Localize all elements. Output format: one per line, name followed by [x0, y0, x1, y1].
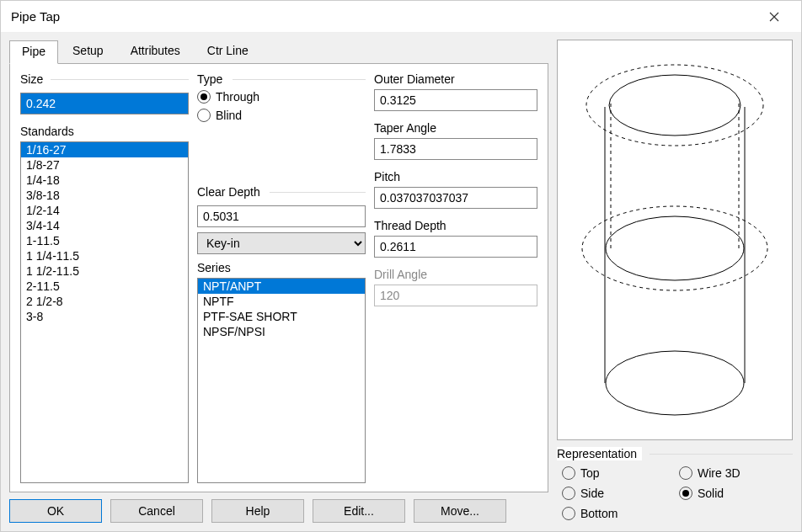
close-icon	[769, 12, 779, 22]
radio-through[interactable]: Through	[197, 88, 366, 106]
pipe-preview-icon	[574, 55, 776, 425]
ok-button[interactable]: OK	[9, 499, 102, 523]
svg-point-1	[609, 75, 741, 136]
list-item[interactable]: 1/8-27	[21, 157, 188, 173]
right-column: Representation Top Wire 3D Side Solid Bo…	[557, 40, 793, 523]
tab-attributes[interactable]: Attributes	[118, 40, 193, 63]
svg-point-2	[582, 206, 767, 290]
type-label: Type	[197, 72, 366, 86]
series-label: Series	[197, 261, 366, 274]
clear-depth-input[interactable]	[197, 205, 366, 227]
series-listbox[interactable]: NPT/ANPT NPTF PTF-SAE SHORT NPSF/NPSI	[197, 278, 366, 483]
cancel-button[interactable]: Cancel	[110, 499, 203, 523]
outer-diameter-input[interactable]	[374, 89, 537, 111]
taper-angle-label: Taper Angle	[374, 121, 537, 135]
clear-depth-label: Clear Depth	[197, 185, 366, 199]
preview-panel	[557, 40, 793, 440]
radio-top[interactable]: Top	[562, 464, 671, 482]
radio-bottom[interactable]: Bottom	[562, 504, 671, 523]
thread-depth-input[interactable]	[374, 236, 537, 258]
pipe-tap-dialog: Pipe Tap Pipe Setup Attributes Ctr Line …	[0, 0, 802, 532]
size-label: Size	[20, 72, 189, 86]
svg-point-3	[606, 216, 744, 280]
tab-setup[interactable]: Setup	[60, 40, 116, 63]
list-item[interactable]: 3/4-14	[21, 218, 188, 233]
size-input[interactable]	[20, 93, 189, 114]
list-item[interactable]: NPT/ANPT	[198, 279, 365, 294]
col-parameters: Outer Diameter Taper Angle Pitch Thread …	[374, 72, 537, 483]
list-item[interactable]: 2 1/2-8	[21, 294, 188, 309]
list-item[interactable]: 3/8-18	[21, 188, 188, 203]
close-button[interactable]	[757, 4, 791, 29]
dialog-body: Pipe Setup Attributes Ctr Line Size Stan…	[1, 33, 801, 531]
tab-pipe[interactable]: Pipe	[9, 40, 58, 64]
drill-angle-input	[374, 285, 537, 306]
edit-button[interactable]: Edit...	[313, 499, 405, 523]
radio-side[interactable]: Side	[562, 484, 671, 503]
button-row: OK Cancel Help Edit... Move...	[9, 499, 548, 523]
col-type-depth-series: Type Through Blind Clear Depth Key-in Se…	[197, 72, 366, 483]
representation-group: Representation Top Wire 3D Side Solid Bo…	[557, 447, 793, 523]
left-column: Pipe Setup Attributes Ctr Line Size Stan…	[9, 40, 548, 523]
standards-label: Standards	[20, 125, 189, 138]
move-button[interactable]: Move...	[414, 499, 506, 523]
list-item[interactable]: NPSF/NPSI	[198, 324, 365, 339]
dialog-title: Pipe Tap	[11, 9, 60, 24]
thread-depth-label: Thread Depth	[374, 219, 537, 232]
list-item[interactable]: PTF-SAE SHORT	[198, 309, 365, 324]
clear-depth-mode-select[interactable]: Key-in	[197, 232, 366, 254]
list-item[interactable]: 1/16-27	[21, 142, 188, 157]
representation-label: Representation	[557, 447, 793, 460]
list-item[interactable]: 1/2-14	[21, 203, 188, 218]
outer-diameter-label: Outer Diameter	[374, 72, 537, 86]
tab-strip: Pipe Setup Attributes Ctr Line	[9, 40, 548, 63]
svg-point-0	[586, 65, 763, 146]
help-button[interactable]: Help	[211, 499, 304, 523]
titlebar: Pipe Tap	[1, 1, 801, 33]
radio-blind[interactable]: Blind	[197, 106, 366, 125]
taper-angle-input[interactable]	[374, 138, 537, 160]
col-size-standards: Size Standards 1/16-27 1/8-27 1/4-18 3/8…	[20, 72, 189, 483]
list-item[interactable]: 1 1/4-11.5	[21, 248, 188, 263]
pitch-input[interactable]	[374, 187, 537, 209]
list-item[interactable]: 1-11.5	[21, 233, 188, 248]
list-item[interactable]: 3-8	[21, 309, 188, 324]
list-item[interactable]: 1 1/2-11.5	[21, 263, 188, 279]
list-item[interactable]: 2-11.5	[21, 279, 188, 294]
tab-ctr-line[interactable]: Ctr Line	[195, 40, 261, 63]
svg-point-4	[606, 351, 744, 415]
list-item[interactable]: NPTF	[198, 294, 365, 309]
standards-listbox[interactable]: 1/16-27 1/8-27 1/4-18 3/8-18 1/2-14 3/4-…	[20, 141, 189, 483]
pipe-tab-panel: Size Standards 1/16-27 1/8-27 1/4-18 3/8…	[9, 63, 548, 492]
list-item[interactable]: 1/4-18	[21, 173, 188, 188]
drill-angle-label: Drill Angle	[374, 268, 537, 281]
pitch-label: Pitch	[374, 170, 537, 184]
radio-wire3d[interactable]: Wire 3D	[679, 464, 788, 482]
radio-solid[interactable]: Solid	[679, 484, 788, 503]
